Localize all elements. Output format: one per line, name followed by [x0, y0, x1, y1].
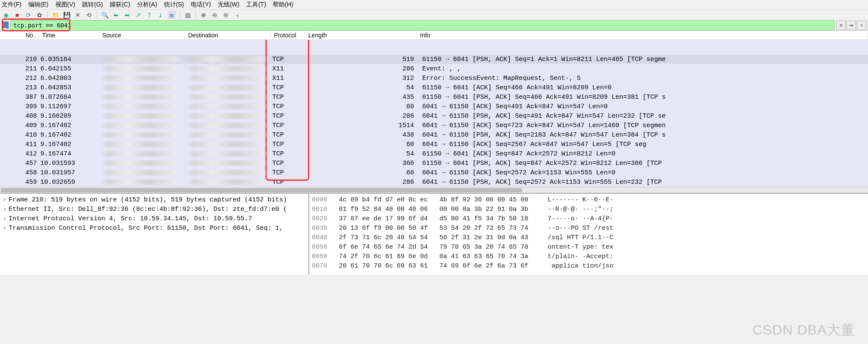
go-forward-icon[interactable]: ➡ [123, 11, 131, 19]
tree-item[interactable]: ›Ethernet II, Src: Dell_8f:92:36 (8c:ec:… [3, 205, 306, 214]
col-source[interactable]: Source [99, 31, 185, 40]
filter-apply-button[interactable]: ➔ [847, 21, 856, 30]
close-file-icon[interactable]: ✕ [73, 11, 82, 19]
packet-row[interactable]: 4099.167402TCP1514 6041 → 61150 [ACK] Se… [0, 121, 868, 130]
packet-row[interactable]: 4109.167402TCP438 6041 → 61150 [PSH, ACK… [0, 130, 868, 140]
tree-item[interactable]: ›Transmission Control Protocol, Src Port… [3, 224, 306, 233]
packet-row[interactable]: 4119.167402TCP60 6041 → 61150 [ACK] Seq=… [0, 140, 868, 149]
packet-row[interactable]: 2106.035164TCP519 61150 → 6041 [PSH, ACK… [0, 55, 868, 64]
colorize-icon[interactable]: ▤ [183, 11, 192, 19]
watermark: CSDN DBA大董 [752, 321, 855, 340]
packet-row[interactable]: 2116.042155X11286 Event: , , [0, 64, 868, 73]
filter-add-button[interactable]: + [857, 21, 866, 30]
hex-line[interactable]: 0010 01 f9 52 84 40 00 40 06 00 00 0a 3b… [312, 205, 865, 214]
hex-line[interactable]: 0050 6f 6e 74 65 6e 74 2d 54 79 70 65 3a… [312, 243, 865, 252]
resize-columns-icon[interactable]: ⫞ [233, 11, 241, 19]
packet-row[interactable]: 4089.166209TCP286 6041 → 61150 [PSH, ACK… [0, 111, 868, 121]
toolbar: ◉ ■ ⟳ ✿ 📁 💾 ✕ ⟲ 🔍 ⬅ ➡ ↗ ⤒ ⤓ ≣ ▤ ⊕ ⊖ ⊜ ⫞ [0, 9, 868, 20]
col-dest[interactable]: Destination [185, 31, 271, 40]
packet-row[interactable]: 3999.112697TCP60 6041 → 61150 [ACK] Seq=… [0, 102, 868, 111]
start-capture-icon[interactable]: ◉ [2, 11, 10, 19]
find-icon[interactable]: 🔍 [101, 11, 109, 19]
packet-bytes-pane[interactable]: 0000 4c 09 b4 fd d7 e0 8c ec 4b 8f 92 36… [309, 194, 868, 274]
menu-stats[interactable]: 统计(S) [164, 1, 184, 9]
menu-go[interactable]: 跳转(G) [82, 1, 103, 9]
zoom-reset-icon[interactable]: ⊜ [222, 11, 230, 19]
filter-row: ✕ ➔ + [0, 20, 868, 30]
go-last-icon[interactable]: ⤓ [156, 11, 165, 19]
packet-row[interactable]: 45710.031593TCP360 61150 → 6041 [PSH, AC… [0, 158, 868, 168]
menu-telephony[interactable]: 电话(Y) [191, 1, 211, 9]
stop-capture-icon[interactable]: ■ [13, 11, 21, 19]
menu-analyze[interactable]: 分析(A) [137, 1, 157, 9]
save-file-icon[interactable]: 💾 [62, 11, 71, 19]
go-first-icon[interactable]: ⤒ [145, 11, 154, 19]
packet-row[interactable]: 3879.072684TCP435 61150 → 6041 [PSH, ACK… [0, 92, 868, 102]
col-protocol[interactable]: Protocol [271, 31, 305, 40]
hex-line[interactable]: 0000 4c 09 b4 fd d7 e0 8c ec 4b 8f 92 36… [312, 195, 865, 205]
restart-capture-icon[interactable]: ⟳ [24, 11, 33, 19]
packet-row[interactable]: 45910.032659TCP286 6041 → 61150 [PSH, AC… [0, 177, 868, 187]
hex-line[interactable]: 0060 74 2f 70 6c 61 69 6e 0d 0a 41 63 63… [312, 252, 865, 262]
menu-wireless[interactable]: 无线(W) [218, 1, 240, 9]
filter-bookmark-icon[interactable] [2, 21, 9, 29]
col-time[interactable]: Time [39, 31, 99, 40]
hex-line[interactable]: 0040 2f 73 71 6c 20 48 54 54 50 2f 31 2e… [312, 233, 865, 243]
tree-item[interactable]: ›Frame 210: 519 bytes on wire (4152 bits… [3, 195, 306, 205]
col-info[interactable]: Info [417, 31, 868, 40]
menu-edit[interactable]: 编辑(E) [28, 1, 49, 9]
packet-row[interactable]: 45810.031957TCP60 6041 → 61150 [ACK] Seq… [0, 168, 868, 177]
hex-line[interactable]: 0020 37 07 ee de 17 99 6f d4 d5 80 41 f5… [312, 214, 865, 224]
packet-row[interactable]: 2136.042853TCP54 61150 → 6041 [ACK] Seq=… [0, 83, 868, 92]
zoom-out-icon[interactable]: ⊖ [210, 11, 219, 19]
display-filter-input[interactable] [10, 20, 834, 30]
tree-item[interactable]: ›Internet Protocol Version 4, Src: 10.59… [3, 214, 306, 224]
col-length[interactable]: Length [305, 31, 417, 40]
auto-scroll-icon[interactable]: ≣ [168, 11, 176, 19]
go-back-icon[interactable]: ⬅ [112, 11, 120, 19]
zoom-in-icon[interactable]: ⊕ [199, 11, 208, 19]
packet-row[interactable]: 2126.042803X11312 Error: SuccessEvent: M… [0, 73, 868, 83]
menu-capture[interactable]: 捕获(C) [110, 1, 130, 9]
packet-list-header: No. Time Source Destination Protocol Len… [0, 30, 868, 40]
col-no[interactable]: No. [0, 31, 39, 40]
menu-file[interactable]: 文件(F) [2, 1, 21, 9]
filter-clear-button[interactable]: ✕ [836, 21, 846, 30]
menu-view[interactable]: 视图(V) [55, 1, 76, 9]
menu-tools[interactable]: 工具(T) [246, 1, 266, 9]
open-file-icon[interactable]: 📁 [51, 11, 60, 19]
packet-row[interactable]: 4129.167474TCP54 61150 → 6041 [ACK] Seq=… [0, 149, 868, 158]
reload-icon[interactable]: ⟲ [85, 11, 93, 19]
jump-to-icon[interactable]: ↗ [134, 11, 143, 19]
hex-line[interactable]: 0030 20 13 6f f9 00 00 50 4f 53 54 20 2f… [312, 224, 865, 233]
menu-help[interactable]: 帮助(H) [273, 1, 293, 9]
capture-options-icon[interactable]: ✿ [35, 11, 44, 19]
hex-line[interactable]: 0070 20 61 70 70 6c 69 63 61 74 69 6f 6e… [312, 262, 865, 271]
packet-details-pane[interactable]: ›Frame 210: 519 bytes on wire (4152 bits… [0, 194, 309, 274]
packet-list-scrollbar[interactable] [0, 187, 868, 193]
packet-list[interactable]: 2106.035164TCP519 61150 → 6041 [PSH, ACK… [0, 40, 868, 187]
menu-bar: 文件(F) 编辑(E) 视图(V) 跳转(G) 捕获(C) 分析(A) 统计(S… [0, 0, 868, 9]
